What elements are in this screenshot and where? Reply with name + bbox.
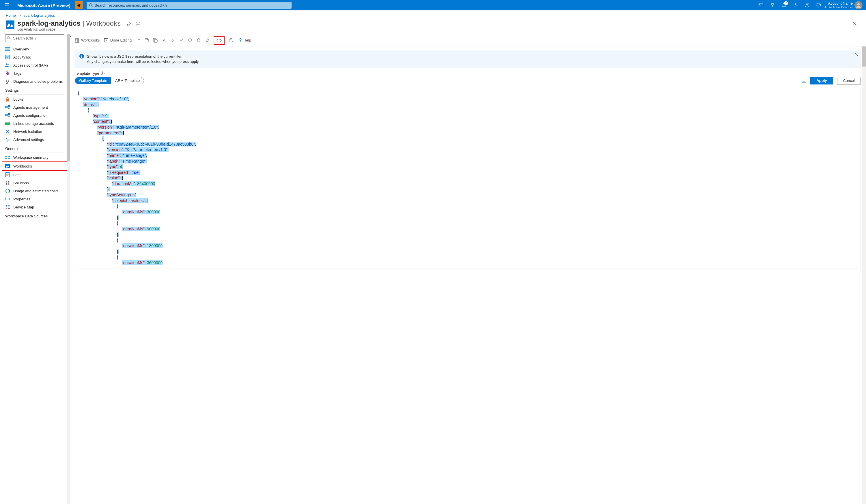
svg-point-61 (81, 55, 82, 55)
global-search-input[interactable] (95, 3, 289, 8)
sidebar-item-solutions[interactable]: Solutions (0, 179, 69, 187)
notifications-button[interactable]: 7 (778, 0, 790, 10)
gallery-template-pill[interactable]: Gallery Template (75, 77, 111, 84)
close-blade-button[interactable] (851, 20, 858, 27)
svg-rect-26 (5, 114, 8, 116)
sidebar-item-service-map[interactable]: Service Map (0, 203, 69, 211)
tb-advanced-editor-button[interactable] (214, 36, 225, 45)
tb-open-button[interactable] (136, 38, 140, 43)
page-title-row: spark-log-analytics | Workbooks Log Anal… (0, 19, 866, 34)
help-icon: ? (805, 3, 809, 8)
svg-rect-34 (5, 156, 7, 157)
tb-done-editing[interactable]: Done Editing (104, 38, 132, 43)
breadcrumb-current[interactable]: spark-log-analytics (24, 13, 55, 18)
pin-blade-button[interactable] (126, 22, 131, 26)
svg-point-21 (6, 72, 7, 73)
sidebar-search-input[interactable] (5, 34, 64, 42)
svg-rect-11 (136, 22, 140, 23)
svg-rect-10 (6, 21, 14, 29)
tb-help[interactable]: ?Help (237, 38, 251, 43)
template-type-row: Gallery Template ARM Template Apply Canc… (75, 77, 861, 84)
breadcrumb-home[interactable]: Home (6, 13, 16, 18)
settings-button[interactable] (790, 0, 801, 10)
tb-saveas-button[interactable] (153, 38, 158, 43)
banner-close-button[interactable] (855, 53, 858, 56)
svg-rect-30 (5, 122, 10, 123)
sidebar-item-network-isolation[interactable]: Network Isolation (0, 127, 69, 136)
storage-icon (5, 121, 10, 126)
logs-icon (5, 172, 10, 177)
download-button[interactable] (802, 78, 806, 83)
svg-point-9 (857, 3, 860, 5)
account-info[interactable]: Account Name Azure Active Directory (824, 1, 854, 9)
svg-rect-2 (759, 3, 763, 7)
sidebar-item-linked-storage[interactable]: Linked storage accounts (0, 119, 69, 127)
svg-point-52 (8, 208, 10, 209)
sidebar-item-overview[interactable]: Overview (0, 45, 69, 53)
svg-rect-23 (5, 106, 8, 108)
sidebar-item-agents-management[interactable]: Agents management (0, 103, 69, 111)
main-layout: Overview Activity log Access control (IA… (0, 34, 866, 504)
preview-bug-button[interactable] (75, 1, 83, 9)
sidebar-item-advanced-settings[interactable]: Advanced settings (0, 136, 69, 144)
arm-template-pill[interactable]: ARM Template (111, 77, 144, 84)
sidebar-item-workspace-summary[interactable]: Workspace summary (0, 153, 69, 161)
svg-rect-13 (137, 24, 139, 26)
sidebar-item-locks[interactable]: Locks (0, 95, 69, 103)
svg-rect-40 (6, 181, 7, 183)
sidebar-item-workbooks[interactable]: Workbooks (2, 161, 68, 171)
info-outline-icon (101, 71, 104, 75)
content-body: Shown below is a JSON representation of … (69, 46, 866, 504)
sidebar-item-access-control[interactable]: Access control (IAM) (0, 61, 69, 69)
tb-dropdown-button[interactable] (179, 38, 184, 43)
sidebar-item-logs[interactable]: Logs (0, 171, 69, 179)
sidebar-item-activity-log[interactable]: Activity log (0, 53, 69, 61)
tb-pin-button[interactable] (205, 38, 210, 43)
page-title: spark-log-analytics | Workbooks (17, 19, 121, 27)
global-search[interactable] (87, 2, 291, 9)
help-button[interactable]: ? (801, 0, 813, 10)
sidebar-item-diagnose[interactable]: Diagnose and solve problems (0, 77, 69, 85)
azure-logo-text[interactable]: Microsoft Azure (Preview) (15, 3, 73, 8)
json-editor[interactable]: { "version": "Notebook/1.0", "items": [ … (75, 88, 861, 268)
tb-edit-button[interactable] (170, 38, 175, 43)
content-scrollbar[interactable] (862, 46, 866, 504)
tb-workbooks[interactable]: Workbooks (75, 38, 100, 43)
template-type-info-button[interactable] (101, 71, 104, 75)
sidebar-item-properties[interactable]: Properties (0, 195, 69, 203)
tb-settings-button[interactable] (162, 38, 166, 43)
help-icon: ? (239, 38, 242, 43)
svg-rect-47 (8, 197, 8, 201)
bug-icon (77, 3, 81, 8)
sidebar-item-agents-config[interactable]: Agents configuration (0, 111, 69, 119)
account-avatar[interactable] (854, 1, 863, 9)
menu-toggle[interactable] (1, 0, 13, 10)
tb-alert-button[interactable] (196, 38, 201, 43)
apply-button[interactable]: Apply (810, 77, 833, 84)
sidebar-search-wrap (5, 34, 64, 42)
hamburger-icon (4, 3, 9, 7)
sidebar-item-tags[interactable]: Tags (0, 69, 69, 77)
print-button[interactable] (136, 22, 140, 26)
svg-rect-54 (104, 38, 108, 42)
close-icon (853, 22, 857, 26)
access-control-icon (5, 63, 10, 68)
directory-filter-button[interactable] (767, 0, 778, 10)
svg-rect-15 (5, 47, 10, 48)
svg-rect-41 (8, 181, 9, 183)
tb-save-button[interactable] (144, 38, 149, 43)
breadcrumb: Home > spark-log-analytics (0, 10, 866, 19)
open-icon (136, 38, 140, 42)
cancel-button[interactable]: Cancel (837, 77, 861, 84)
svg-rect-32 (5, 124, 10, 125)
sidebar-item-usage-costs[interactable]: Usage and estimated costs (0, 187, 69, 195)
tb-refresh-button[interactable] (188, 38, 192, 43)
avatar-icon (856, 2, 862, 8)
tb-feedback-button[interactable] (229, 38, 233, 43)
svg-point-64 (102, 72, 103, 73)
save-icon (145, 38, 149, 42)
content-pane: Workbooks Done Editing ?Help Shown below… (69, 34, 866, 504)
cloud-shell-button[interactable] (755, 0, 767, 10)
svg-rect-65 (102, 73, 103, 75)
feedback-button[interactable] (813, 0, 824, 10)
